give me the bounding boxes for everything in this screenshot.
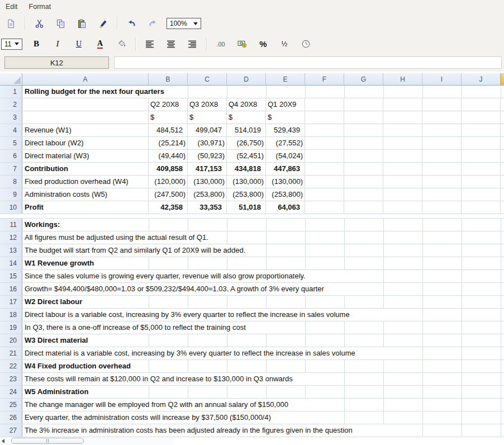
bold-button[interactable]: B [29, 37, 44, 51]
cell-E7[interactable]: 447,863 [266, 163, 305, 175]
cell-H4[interactable] [383, 124, 422, 136]
italic-button[interactable]: I [50, 37, 65, 51]
cell-D5[interactable]: (26,750) [227, 137, 266, 149]
column-header-G[interactable]: G [344, 73, 383, 86]
cell-A24-text[interactable]: W5 Administration [25, 386, 88, 398]
row-header-13[interactable]: 13 [0, 244, 22, 257]
cell-J5[interactable] [462, 137, 501, 149]
column-header-E[interactable]: E [266, 73, 305, 86]
cell-G10[interactable] [344, 201, 383, 214]
cell-C2[interactable]: Q3 20X8 [188, 98, 227, 111]
cell-E5[interactable]: (27,552) [266, 137, 305, 149]
cell-J10[interactable] [462, 201, 501, 214]
cell-E9[interactable]: (253,800) [266, 188, 305, 201]
cell-C10[interactable]: 33,353 [188, 201, 227, 214]
cell-J2[interactable] [462, 98, 501, 111]
cell-B2[interactable]: Q2 20X8 [149, 98, 188, 111]
align-right-button[interactable] [185, 37, 199, 51]
column-header-F[interactable]: F [305, 73, 344, 86]
cell-J6[interactable] [462, 150, 501, 162]
cell-A1-text[interactable]: Rolling budget for the next four quarter… [25, 86, 164, 98]
cell-E4[interactable]: 529,439 [266, 124, 305, 136]
cell-I2[interactable] [422, 98, 462, 111]
font-size-dropdown[interactable]: 11 [1, 39, 22, 50]
row-header-3[interactable]: 3 [0, 111, 22, 124]
cell-I6[interactable] [422, 150, 462, 162]
row-header-14[interactable]: 14 [0, 257, 22, 269]
row-header-10[interactable]: 10 [0, 201, 22, 214]
row-header-1[interactable]: 1 [0, 86, 22, 98]
time-format-button[interactable] [298, 37, 313, 51]
fill-color-button[interactable] [114, 37, 129, 51]
select-all-corner[interactable] [0, 73, 22, 86]
cell-A27-text[interactable]: The 3% increase in administration costs … [25, 424, 353, 437]
cell-C3[interactable]: $ [188, 111, 227, 124]
cell-reference-box[interactable]: K12 [4, 56, 109, 69]
cell-I4[interactable] [422, 124, 462, 136]
cell-E6[interactable]: (54,024) [266, 150, 305, 162]
column-header-K-selected[interactable] [501, 73, 504, 86]
underline-button[interactable]: U [72, 37, 86, 51]
cell-J8[interactable] [462, 176, 501, 188]
cell-A8[interactable]: Fixed production overhead (W4) [22, 176, 149, 188]
row-header-23[interactable]: 23 [0, 373, 22, 385]
cell-A2[interactable] [22, 98, 149, 111]
row-header-2[interactable]: 2 [0, 98, 22, 111]
cell-J7[interactable] [462, 163, 501, 175]
align-left-button[interactable] [142, 37, 157, 51]
column-header-J[interactable]: J [462, 73, 501, 86]
row-header-25[interactable]: 25 [0, 399, 22, 411]
cell-H2[interactable] [383, 98, 422, 111]
cell-I8[interactable] [422, 176, 462, 188]
row-header-12[interactable]: 12 [0, 231, 22, 244]
cell-G5[interactable] [344, 137, 383, 149]
cell-C5[interactable]: (30,971) [188, 137, 227, 149]
cell-A22-text[interactable]: W4 Fixed production overhead [25, 360, 131, 372]
cell-G4[interactable] [344, 124, 383, 136]
scrollbar-thumb[interactable] [11, 438, 84, 444]
cell-D7[interactable]: 434,818 [227, 163, 266, 175]
copy-button[interactable] [53, 16, 68, 31]
new-document-button[interactable] [3, 16, 18, 31]
cell-I7[interactable] [422, 163, 462, 175]
cell-J4[interactable] [462, 124, 501, 136]
cell-C9[interactable]: (253,800) [188, 188, 227, 201]
cell-F6[interactable] [305, 150, 344, 162]
font-color-button[interactable]: A [93, 37, 107, 51]
cell-A4[interactable]: Revenue (W1) [22, 124, 149, 136]
cell-E10[interactable]: 64,063 [266, 201, 305, 214]
cell-A17-text[interactable]: W2 Direct labour [25, 296, 82, 308]
cell-F7[interactable] [305, 163, 344, 175]
cell-D8[interactable]: (130,000) [227, 176, 266, 188]
row-header-21[interactable]: 21 [0, 347, 22, 359]
cell-A21-text[interactable]: Direct material is a variable cost, incr… [25, 347, 355, 359]
row-header-11[interactable]: 11 [0, 219, 22, 231]
cell-D4[interactable]: 514,019 [227, 124, 266, 136]
cell-A16-text[interactable]: Growth= $494,400/$480,000=1.03 or $509,2… [25, 283, 324, 295]
column-header-D[interactable]: D [227, 73, 266, 86]
undo-button[interactable] [124, 16, 139, 31]
cell-E3[interactable]: $ [266, 111, 305, 124]
menu-format[interactable]: Format [29, 3, 51, 11]
cell-A26-text[interactable]: Every quarter, the administration costs … [25, 411, 271, 424]
decimal-format-button[interactable]: .00 [213, 37, 228, 51]
row-header-8[interactable]: 8 [0, 176, 22, 188]
cell-I3[interactable] [422, 111, 462, 124]
cell-E2[interactable]: Q1 20X9 [266, 98, 305, 111]
column-header-H[interactable]: H [383, 73, 422, 86]
cell-B8[interactable]: (120,000) [149, 176, 188, 188]
cell-H5[interactable] [383, 137, 422, 149]
column-header-C[interactable]: C [188, 73, 227, 86]
row-header-26[interactable]: 26 [0, 411, 22, 424]
cell-J3[interactable] [462, 111, 501, 124]
cell-A25-text[interactable]: The change manager will be employed from… [25, 399, 288, 411]
fraction-format-button[interactable]: ½ [277, 37, 292, 51]
cell-I10[interactable] [422, 201, 462, 214]
cell-H3[interactable] [383, 111, 422, 124]
cell-F8[interactable] [305, 176, 344, 188]
row-header-19[interactable]: 19 [0, 321, 22, 334]
cell-F2[interactable] [305, 98, 344, 111]
cut-button[interactable] [32, 16, 46, 31]
cell-A20-text[interactable]: W3 Direct material [25, 334, 88, 347]
cell-A9[interactable]: Administration costs (W5) [22, 188, 149, 201]
